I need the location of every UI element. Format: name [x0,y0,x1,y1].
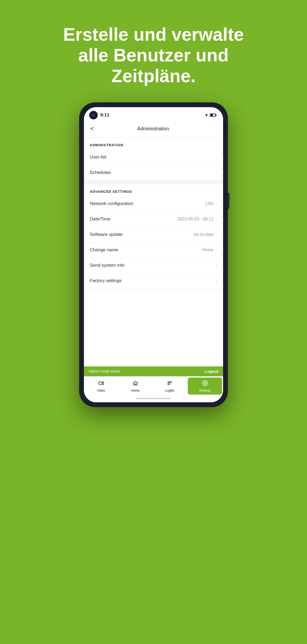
phone-screen: 8:11 ▾ < Administration ADMINISTRATION U… [84,107,223,402]
tab-video-label: Video [97,389,105,392]
menu-item-network-config[interactable]: Network configuration LAN › [84,196,223,212]
section-label-advanced: ADVANCED SETTINGS [84,184,223,196]
home-icon [133,380,138,388]
hero-line2: alle Benutzer und [78,45,229,65]
wifi-icon: ▾ [205,112,208,118]
menu-item-user-list[interactable]: User-list › [84,150,223,165]
back-button[interactable]: < [89,124,96,133]
home-indicator [84,396,223,402]
menu-item-send-system-info[interactable]: Send system info › [84,258,223,273]
chevron-icon: › [216,216,217,222]
menu-item-schedules[interactable]: Schedules › [84,165,223,181]
admin-bar: Admin mode active Logout [84,366,223,376]
tab-bar: Video Home [84,376,223,396]
section-spacer [84,181,223,184]
tab-video[interactable]: Video [84,377,118,396]
chevron-icon: › [216,154,217,160]
chevron-icon: › [216,170,217,175]
tab-settings[interactable]: Settings [188,378,222,395]
tab-settings-label: Settings [199,389,211,392]
hero-text: Erstelle und verwalte alle Benutzer und … [42,24,265,86]
tab-logfile-label: Logfile [165,389,174,392]
tab-home-label: Home [131,389,139,392]
status-icons: ▾ [205,112,216,118]
logout-button[interactable]: Logout [205,369,218,374]
section-label-administration: ADMINISTRATION [84,138,223,150]
hero-line3: Zeitpläne. [111,66,195,86]
section-administration: ADMINISTRATION User-list › Schedules › [84,138,223,181]
chevron-icon: › [216,278,217,284]
home-bar [136,398,171,399]
settings-icon [202,380,208,388]
camera-icon [89,111,98,119]
svg-point-2 [100,382,100,382]
chevron-icon: › [216,232,217,237]
menu-item-factory-settings[interactable]: Factory settings › [84,273,223,289]
svg-marker-1 [102,382,104,384]
app-header: < Administration [84,122,223,138]
tab-home[interactable]: Home [118,377,152,396]
tab-logfile[interactable]: Logfile [152,377,187,396]
menu-item-date-time[interactable]: Date/Time 2023-05-03 - 08:11 › [84,212,223,227]
logfile-icon [167,380,173,388]
section-advanced-settings: ADVANCED SETTINGS Network configuration … [84,184,223,289]
menu-item-change-name[interactable]: Change name Home › [84,242,223,258]
chevron-icon: › [216,263,217,268]
phone-shell: 8:11 ▾ < Administration ADMINISTRATION U… [79,102,228,407]
hero-line1: Erstelle und verwalte [63,24,244,44]
admin-status: Admin mode active [89,369,120,373]
menu-item-software-update[interactable]: Software update Up-to-date › [84,227,223,242]
chevron-icon: › [216,201,217,207]
page-title: Administration [96,126,210,132]
chevron-icon: › [216,247,217,253]
battery-icon [210,114,216,117]
app-content: ADMINISTRATION User-list › Schedules › [84,138,223,366]
video-icon [98,380,104,388]
status-bar: 8:11 ▾ [84,107,223,122]
status-time: 8:11 [100,112,109,118]
svg-point-7 [204,382,206,384]
svg-rect-0 [99,382,102,384]
